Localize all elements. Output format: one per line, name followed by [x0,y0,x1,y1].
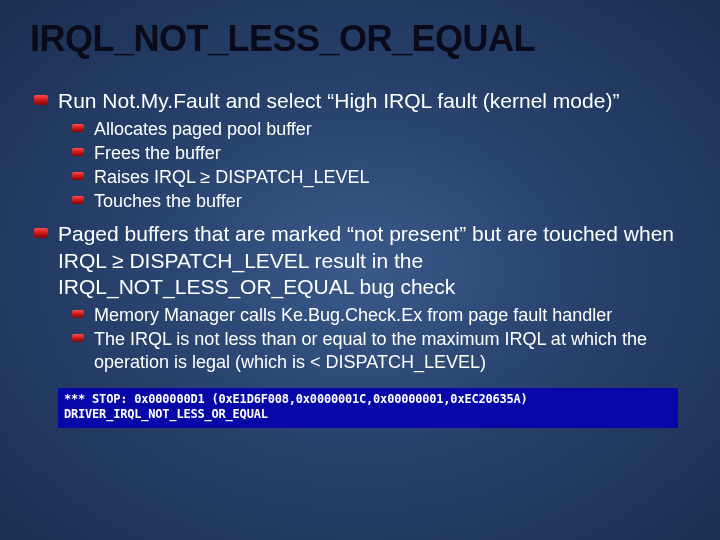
slide-title: IRQL_NOT_LESS_OR_EQUAL [30,18,690,60]
sub-bullet-item: Frees the buffer [94,142,690,165]
sub-bullet-item: The IRQL is not less than or equal to th… [94,328,690,374]
bullet-item: Paged buffers that are marked “not prese… [58,221,690,374]
sub-bullet-list: Allocates paged pool buffer Frees the bu… [58,118,690,213]
sub-bullet-item: Allocates paged pool buffer [94,118,690,141]
bullet-item: Run Not.My.Fault and select “High IRQL f… [58,88,690,213]
slide: IRQL_NOT_LESS_OR_EQUAL Run Not.My.Fault … [0,0,720,540]
bsod-line-2: DRIVER_IRQL_NOT_LESS_OR_EQUAL [64,407,268,421]
sub-bullet-list: Memory Manager calls Ke.Bug.Check.Ex fro… [58,304,690,374]
sub-bullet-item: Raises IRQL ≥ DISPATCH_LEVEL [94,166,690,189]
bullet-text: Paged buffers that are marked “not prese… [58,222,674,298]
bsod-line-1: *** STOP: 0x000000D1 (0xE1D6F008,0x00000… [64,392,528,406]
bullet-text: Run Not.My.Fault and select “High IRQL f… [58,89,619,112]
sub-bullet-item: Memory Manager calls Ke.Bug.Check.Ex fro… [94,304,690,327]
bullet-list: Run Not.My.Fault and select “High IRQL f… [30,88,690,374]
bsod-box: *** STOP: 0x000000D1 (0xE1D6F008,0x00000… [58,388,678,428]
sub-bullet-item: Touches the buffer [94,190,690,213]
